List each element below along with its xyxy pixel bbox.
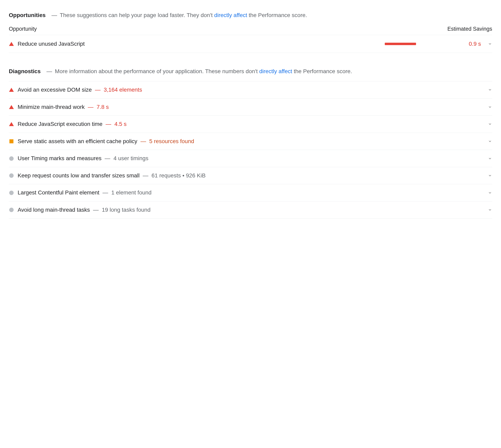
chevron-down-icon[interactable]: [488, 42, 492, 46]
diagnostics-desc-before: More information about the performance o…: [55, 68, 259, 74]
chevron-down-icon[interactable]: [488, 88, 492, 92]
savings-value: 0.9 s: [461, 40, 481, 48]
opportunities-desc-before: These suggestions can help your page loa…: [60, 12, 214, 18]
diagnostics-desc-link[interactable]: directly affect: [259, 68, 292, 74]
diagnostic-label: Serve static assets with an efficient ca…: [18, 138, 137, 144]
diagnostic-text: Keep request counts low and transfer siz…: [18, 172, 481, 180]
diagnostic-label: Minimize main-thread work: [18, 104, 85, 110]
dash-separator: —: [141, 138, 148, 144]
diagnostic-text: Reduce JavaScript execution time — 4.5 s: [18, 120, 481, 128]
dash-separator: —: [47, 68, 52, 74]
dash-separator: —: [106, 121, 113, 127]
diagnostic-row[interactable]: Largest Contentful Paint element — 1 ele…: [9, 184, 492, 201]
savings-bar: [385, 43, 453, 45]
chevron-down-icon[interactable]: [488, 173, 492, 178]
severity-fail-icon: [9, 41, 14, 47]
diagnostic-label: Avoid long main-thread tasks: [18, 207, 90, 213]
dash-separator: —: [103, 190, 110, 196]
dash-separator: —: [88, 104, 95, 110]
diagnostic-row[interactable]: Avoid long main-thread tasks — 19 long t…: [9, 201, 492, 219]
diagnostic-label: Largest Contentful Paint element: [18, 190, 99, 196]
diagnostics-list: Avoid an excessive DOM size — 3,164 elem…: [9, 81, 492, 219]
diagnostic-row[interactable]: Keep request counts low and transfer siz…: [9, 167, 492, 184]
dash-separator: —: [143, 172, 150, 179]
diagnostic-row[interactable]: Minimize main-thread work — 7.8 s: [9, 99, 492, 116]
severity-info-icon: [9, 207, 14, 212]
diagnostic-text: Avoid an excessive DOM size — 3,164 elem…: [18, 86, 481, 94]
diagnostic-value: 3,164 elements: [104, 87, 142, 93]
diagnostics-title: Diagnostics: [9, 68, 41, 74]
severity-fail-icon: [9, 121, 14, 127]
opportunities-header: Opportunities — These suggestions can he…: [9, 11, 492, 19]
chevron-down-icon[interactable]: [488, 191, 492, 195]
diagnostic-value: 4.5 s: [114, 121, 127, 127]
diagnostic-row[interactable]: Avoid an excessive DOM size — 3,164 elem…: [9, 81, 492, 99]
chevron-down-icon[interactable]: [488, 208, 492, 212]
diagnostic-label: Keep request counts low and transfer siz…: [18, 172, 140, 179]
diagnostic-row[interactable]: Serve static assets with an efficient ca…: [9, 133, 492, 150]
diagnostic-row[interactable]: Reduce JavaScript execution time — 4.5 s: [9, 116, 492, 133]
diagnostic-text: User Timing marks and measures — 4 user …: [18, 154, 481, 162]
diagnostic-value: 5 resources found: [149, 138, 194, 144]
opportunities-list: Reduce unused JavaScript0.9 s: [9, 35, 492, 53]
opportunities-title: Opportunities: [9, 12, 46, 18]
severity-info-icon: [9, 190, 14, 195]
chevron-down-icon[interactable]: [488, 122, 492, 126]
severity-info-icon: [9, 173, 14, 178]
diagnostic-value: 61 requests • 926 KiB: [152, 172, 206, 179]
severity-fail-icon: [9, 87, 14, 92]
diagnostic-label: User Timing marks and measures: [18, 155, 102, 161]
diagnostic-text: Largest Contentful Paint element — 1 ele…: [18, 189, 481, 197]
diagnostic-value: 4 user timings: [113, 155, 148, 161]
opportunity-label: Reduce unused JavaScript: [18, 40, 381, 48]
col-opportunity: Opportunity: [9, 25, 37, 33]
severity-fail-icon: [9, 104, 14, 110]
chevron-down-icon[interactable]: [488, 105, 492, 109]
opportunities-column-header: Opportunity Estimated Savings: [9, 25, 492, 35]
opportunities-desc-after: the Performance score.: [247, 12, 307, 18]
dash-separator: —: [93, 207, 100, 213]
diagnostic-row[interactable]: User Timing marks and measures — 4 user …: [9, 150, 492, 167]
col-estimated-savings: Estimated Savings: [447, 25, 492, 33]
diagnostic-value: 19 long tasks found: [102, 207, 151, 213]
opportunity-row[interactable]: Reduce unused JavaScript0.9 s: [9, 35, 492, 53]
severity-info-icon: [9, 156, 14, 161]
diagnostic-value: 7.8 s: [97, 104, 109, 110]
severity-warn-icon: [9, 139, 14, 144]
opportunities-desc-link[interactable]: directly affect: [214, 12, 247, 18]
dash-separator: —: [105, 155, 112, 161]
diagnostic-value: 1 element found: [111, 190, 152, 196]
chevron-down-icon[interactable]: [488, 139, 492, 144]
diagnostic-label: Reduce JavaScript execution time: [18, 121, 102, 127]
diagnostics-desc-after: the Performance score.: [292, 68, 352, 74]
chevron-down-icon[interactable]: [488, 156, 492, 161]
diagnostic-text: Minimize main-thread work — 7.8 s: [18, 103, 481, 111]
dash-separator: —: [95, 87, 102, 93]
diagnostics-header: Diagnostics — More information about the…: [9, 67, 492, 76]
diagnostic-label: Avoid an excessive DOM size: [18, 87, 92, 93]
dash-separator: —: [51, 12, 57, 18]
diagnostic-text: Serve static assets with an efficient ca…: [18, 137, 481, 145]
diagnostic-text: Avoid long main-thread tasks — 19 long t…: [18, 206, 481, 214]
